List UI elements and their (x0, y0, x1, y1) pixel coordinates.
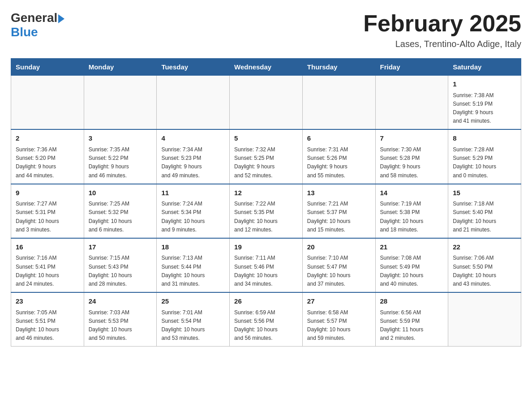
day-info: Sunrise: 6:56 AM Sunset: 5:59 PM Dayligh… (380, 308, 444, 343)
calendar-cell: 2Sunrise: 7:36 AM Sunset: 5:20 PM Daylig… (11, 129, 84, 184)
day-number: 14 (380, 188, 444, 198)
day-info: Sunrise: 7:03 AM Sunset: 5:53 PM Dayligh… (89, 308, 152, 343)
calendar-week-row: 9Sunrise: 7:27 AM Sunset: 5:31 PM Daylig… (11, 184, 521, 238)
calendar-cell: 1Sunrise: 7:38 AM Sunset: 5:19 PM Daylig… (448, 76, 521, 130)
logo: General Blue (11, 11, 64, 39)
calendar-week-row: 23Sunrise: 7:05 AM Sunset: 5:51 PM Dayli… (11, 292, 521, 347)
day-info: Sunrise: 7:35 AM Sunset: 5:22 PM Dayligh… (89, 146, 152, 180)
day-number: 22 (453, 242, 516, 253)
calendar-cell: 11Sunrise: 7:24 AM Sunset: 5:34 PM Dayli… (157, 184, 230, 238)
column-header-monday: Monday (84, 59, 157, 76)
calendar-title: February 2025 (363, 11, 521, 36)
day-number: 18 (161, 242, 225, 253)
logo-arrow-icon (58, 14, 64, 23)
day-info: Sunrise: 7:31 AM Sunset: 5:26 PM Dayligh… (307, 146, 371, 180)
day-info: Sunrise: 7:38 AM Sunset: 5:19 PM Dayligh… (453, 91, 516, 126)
day-info: Sunrise: 6:58 AM Sunset: 5:57 PM Dayligh… (307, 308, 371, 343)
day-info: Sunrise: 7:11 AM Sunset: 5:46 PM Dayligh… (234, 254, 298, 288)
calendar-cell: 13Sunrise: 7:21 AM Sunset: 5:37 PM Dayli… (302, 184, 375, 238)
day-number: 16 (16, 242, 79, 253)
day-number: 10 (89, 188, 152, 198)
day-info: Sunrise: 7:24 AM Sunset: 5:34 PM Dayligh… (161, 200, 225, 234)
calendar-cell: 15Sunrise: 7:18 AM Sunset: 5:40 PM Dayli… (448, 184, 521, 238)
column-header-tuesday: Tuesday (157, 59, 230, 76)
calendar-cell: 25Sunrise: 7:01 AM Sunset: 5:54 PM Dayli… (157, 292, 230, 347)
day-number: 19 (234, 242, 298, 253)
calendar-cell (375, 76, 448, 130)
page-header: General Blue February 2025 Lases, Trenti… (11, 11, 521, 49)
calendar-cell: 17Sunrise: 7:15 AM Sunset: 5:43 PM Dayli… (84, 238, 157, 292)
day-number: 15 (453, 188, 516, 198)
day-number: 4 (161, 133, 225, 144)
day-number: 5 (234, 133, 298, 144)
calendar-cell: 8Sunrise: 7:28 AM Sunset: 5:29 PM Daylig… (448, 129, 521, 184)
calendar-week-row: 2Sunrise: 7:36 AM Sunset: 5:20 PM Daylig… (11, 129, 521, 184)
calendar-cell: 18Sunrise: 7:13 AM Sunset: 5:44 PM Dayli… (157, 238, 230, 292)
day-info: Sunrise: 7:18 AM Sunset: 5:40 PM Dayligh… (453, 200, 516, 234)
day-info: Sunrise: 7:06 AM Sunset: 5:50 PM Dayligh… (453, 254, 516, 288)
calendar-cell: 14Sunrise: 7:19 AM Sunset: 5:38 PM Dayli… (375, 184, 448, 238)
calendar-week-row: 16Sunrise: 7:16 AM Sunset: 5:41 PM Dayli… (11, 238, 521, 292)
calendar-cell (11, 76, 84, 130)
day-number: 24 (89, 296, 152, 307)
day-number: 12 (234, 188, 298, 198)
calendar-cell: 3Sunrise: 7:35 AM Sunset: 5:22 PM Daylig… (84, 129, 157, 184)
day-info: Sunrise: 7:25 AM Sunset: 5:32 PM Dayligh… (89, 200, 152, 234)
calendar-cell: 10Sunrise: 7:25 AM Sunset: 5:32 PM Dayli… (84, 184, 157, 238)
calendar-cell: 26Sunrise: 6:59 AM Sunset: 5:56 PM Dayli… (230, 292, 303, 347)
calendar-cell: 4Sunrise: 7:34 AM Sunset: 5:23 PM Daylig… (157, 129, 230, 184)
calendar-header-row: SundayMondayTuesdayWednesdayThursdayFrid… (11, 59, 521, 76)
day-number: 7 (380, 133, 444, 144)
day-number: 25 (161, 296, 225, 307)
calendar-cell: 23Sunrise: 7:05 AM Sunset: 5:51 PM Dayli… (11, 292, 84, 347)
calendar-week-row: 1Sunrise: 7:38 AM Sunset: 5:19 PM Daylig… (11, 76, 521, 130)
calendar-cell (230, 76, 303, 130)
calendar-cell (302, 76, 375, 130)
calendar-table: SundayMondayTuesdayWednesdayThursdayFrid… (11, 58, 521, 347)
day-number: 17 (89, 242, 152, 253)
day-info: Sunrise: 6:59 AM Sunset: 5:56 PM Dayligh… (234, 308, 298, 343)
calendar-cell: 21Sunrise: 7:08 AM Sunset: 5:49 PM Dayli… (375, 238, 448, 292)
calendar-cell: 28Sunrise: 6:56 AM Sunset: 5:59 PM Dayli… (375, 292, 448, 347)
day-number: 8 (453, 133, 516, 144)
calendar-cell: 16Sunrise: 7:16 AM Sunset: 5:41 PM Dayli… (11, 238, 84, 292)
calendar-cell: 27Sunrise: 6:58 AM Sunset: 5:57 PM Dayli… (302, 292, 375, 347)
calendar-cell: 6Sunrise: 7:31 AM Sunset: 5:26 PM Daylig… (302, 129, 375, 184)
calendar-cell (84, 76, 157, 130)
day-info: Sunrise: 7:30 AM Sunset: 5:28 PM Dayligh… (380, 146, 444, 180)
day-info: Sunrise: 7:16 AM Sunset: 5:41 PM Dayligh… (16, 254, 79, 288)
day-number: 20 (307, 242, 371, 253)
day-info: Sunrise: 7:08 AM Sunset: 5:49 PM Dayligh… (380, 254, 444, 288)
day-number: 3 (89, 133, 152, 144)
day-number: 9 (16, 188, 79, 198)
calendar-cell: 22Sunrise: 7:06 AM Sunset: 5:50 PM Dayli… (448, 238, 521, 292)
column-header-thursday: Thursday (302, 59, 375, 76)
day-number: 21 (380, 242, 444, 253)
day-info: Sunrise: 7:22 AM Sunset: 5:35 PM Dayligh… (234, 200, 298, 234)
day-number: 13 (307, 188, 371, 198)
day-info: Sunrise: 7:21 AM Sunset: 5:37 PM Dayligh… (307, 200, 371, 234)
day-number: 2 (16, 133, 79, 144)
column-header-wednesday: Wednesday (230, 59, 303, 76)
calendar-subtitle: Lases, Trentino-Alto Adige, Italy (363, 39, 521, 49)
day-info: Sunrise: 7:01 AM Sunset: 5:54 PM Dayligh… (161, 308, 225, 343)
day-info: Sunrise: 7:13 AM Sunset: 5:44 PM Dayligh… (161, 254, 225, 288)
day-number: 28 (380, 296, 444, 307)
calendar-cell (157, 76, 230, 130)
day-info: Sunrise: 7:32 AM Sunset: 5:25 PM Dayligh… (234, 146, 298, 180)
column-header-sunday: Sunday (11, 59, 84, 76)
day-number: 27 (307, 296, 371, 307)
day-info: Sunrise: 7:19 AM Sunset: 5:38 PM Dayligh… (380, 200, 444, 234)
day-info: Sunrise: 7:27 AM Sunset: 5:31 PM Dayligh… (16, 200, 79, 234)
logo-general-text: General (11, 11, 57, 25)
day-info: Sunrise: 7:10 AM Sunset: 5:47 PM Dayligh… (307, 254, 371, 288)
column-header-friday: Friday (375, 59, 448, 76)
calendar-cell: 5Sunrise: 7:32 AM Sunset: 5:25 PM Daylig… (230, 129, 303, 184)
day-info: Sunrise: 7:15 AM Sunset: 5:43 PM Dayligh… (89, 254, 152, 288)
day-number: 23 (16, 296, 79, 307)
calendar-cell: 24Sunrise: 7:03 AM Sunset: 5:53 PM Dayli… (84, 292, 157, 347)
logo-blue-text: Blue (11, 25, 38, 39)
day-number: 6 (307, 133, 371, 144)
day-info: Sunrise: 7:36 AM Sunset: 5:20 PM Dayligh… (16, 146, 79, 180)
day-info: Sunrise: 7:28 AM Sunset: 5:29 PM Dayligh… (453, 146, 516, 180)
